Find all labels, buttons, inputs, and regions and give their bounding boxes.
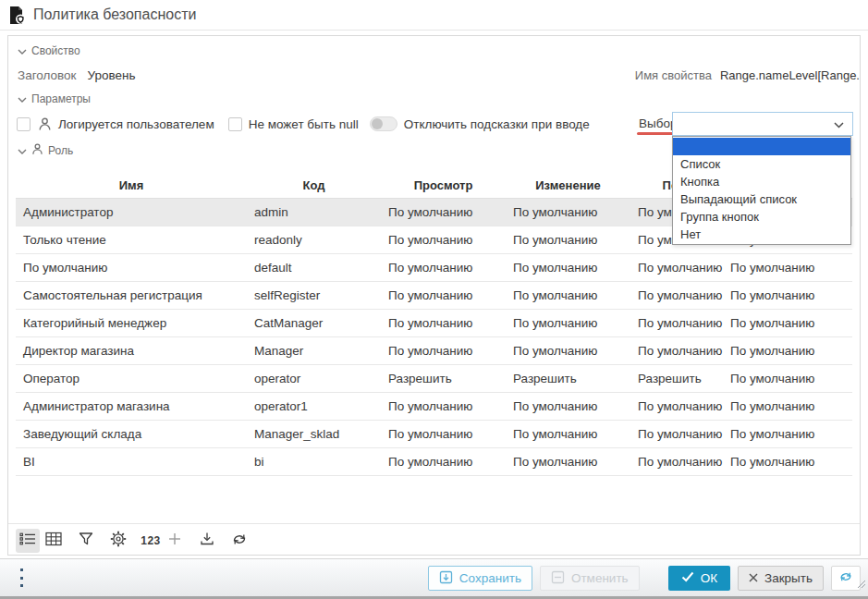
table-row[interactable]: По умолчаниюdefaultПо умолчаниюПо умолча… <box>16 254 852 282</box>
filter-button[interactable] <box>74 529 98 553</box>
table-row[interactable]: ОператорoperatorРазрешитьРазрешитьРазреш… <box>16 365 852 393</box>
choice-option[interactable]: Кнопка <box>673 173 850 190</box>
col-header-view[interactable]: Просмотр <box>381 172 506 199</box>
logged-checkbox[interactable] <box>17 117 31 131</box>
col-header-edit[interactable]: Изменение <box>506 172 630 199</box>
table-view-button[interactable] <box>42 529 66 553</box>
table-cell-rewrite: По умолчанию <box>630 421 723 447</box>
download-icon <box>200 532 214 550</box>
page-title: Политика безопасности <box>33 6 196 23</box>
table-cell-name: Администратор <box>16 199 247 226</box>
table-row[interactable]: Администратор магазинаoperator1По умолча… <box>16 393 852 421</box>
choice-option[interactable] <box>673 138 850 155</box>
sync-icon <box>231 532 248 550</box>
table-cell-rewrite: По умолчанию <box>630 310 723 336</box>
table-cell-edit: По умолчанию <box>506 282 630 309</box>
table-row[interactable]: BIbiПо умолчаниюПо умолчаниюПо умолчанию… <box>16 448 852 476</box>
not-null-label: Не может быть null <box>249 117 359 131</box>
ok-button[interactable]: ОК <box>668 566 730 591</box>
chevron-down-icon <box>18 92 27 105</box>
gear-icon <box>110 531 127 551</box>
table-cell-view: По умолчанию <box>381 448 506 475</box>
sync-button[interactable] <box>227 529 251 553</box>
chevron-down-icon <box>18 144 27 157</box>
ok-label: ОК <box>701 571 717 585</box>
cancel-label: Отменить <box>571 571 629 585</box>
table-cell-extra: По умолчанию <box>723 421 852 447</box>
col-header-name[interactable]: Имя <box>16 172 247 199</box>
table-cell-code: admin <box>247 199 381 226</box>
section-property-label: Свойство <box>31 44 80 57</box>
close-label: Закрыть <box>764 571 813 585</box>
table-row[interactable]: Самостоятельная регистрацияselfRegisterП… <box>16 282 852 310</box>
list-view-button[interactable] <box>16 529 40 553</box>
table-cell-view: По умолчанию <box>381 226 506 253</box>
table-row[interactable]: Заведующий складаManager_skladПо умолчан… <box>16 421 852 448</box>
title-bar: Политика безопасности <box>0 0 868 31</box>
cancel-icon <box>551 570 565 587</box>
settings-button[interactable] <box>106 529 130 553</box>
table-cell-rewrite: Разрешить <box>630 365 723 392</box>
property-name-label: Имя свойства <box>635 68 712 82</box>
table-cell-edit: Разрешить <box>506 365 630 392</box>
choice-select[interactable] <box>672 112 853 136</box>
col-header-code[interactable]: Код <box>247 172 381 199</box>
numbers-button[interactable]: 123 <box>139 529 163 553</box>
table-cell-name: Только чтение <box>16 226 247 253</box>
table-cell-name: Категорийный менеджер <box>16 310 247 336</box>
property-header-row: Заголовок Уровень <box>18 66 136 84</box>
security-policy-window: { "window": { "title": "Политика безопас… <box>0 0 868 599</box>
hints-label: Отключить подсказки при вводе <box>404 117 590 131</box>
table-cell-name: BI <box>16 448 247 475</box>
table-cell-name: Заведующий склада <box>16 421 247 447</box>
table-cell-extra: По умолчанию <box>723 365 852 392</box>
table-cell-name: Самостоятельная регистрация <box>16 282 247 309</box>
save-button[interactable]: Сохранить <box>428 566 532 591</box>
close-button[interactable]: Закрыть <box>738 566 824 591</box>
table-cell-rewrite: По умолчанию <box>630 254 723 281</box>
footer-bar: Сохранить Отменить ОК Закрыть <box>0 558 868 596</box>
table-cell-rewrite: По умолчанию <box>630 337 723 364</box>
table-row[interactable]: Категорийный менеджерCatManagerПо умолча… <box>16 310 852 337</box>
section-params-toggle[interactable]: Параметры <box>18 92 91 105</box>
section-params-label: Параметры <box>31 92 91 105</box>
table-cell-view: По умолчанию <box>381 310 506 336</box>
header-label: Заголовок <box>18 68 76 82</box>
choice-option[interactable]: Нет <box>673 226 850 243</box>
save-icon <box>439 570 453 587</box>
choice-option[interactable]: Выпадающий список <box>673 190 850 208</box>
check-icon <box>681 571 694 585</box>
list-icon <box>19 532 36 550</box>
doc-shield-icon <box>8 6 26 25</box>
section-property-toggle[interactable]: Свойство <box>18 44 80 57</box>
refresh-icon <box>838 570 853 586</box>
kebab-menu-button[interactable] <box>17 568 26 587</box>
save-label: Сохранить <box>459 571 521 585</box>
table-cell-edit: По умолчанию <box>506 393 630 420</box>
resize-handle[interactable] <box>856 576 866 593</box>
logged-label: Логируется пользователем <box>58 117 214 131</box>
table-toolbar: 123 <box>16 529 251 553</box>
chevron-down-icon <box>18 44 27 57</box>
table-row[interactable]: Директор магазинаManagerПо умолчаниюПо у… <box>16 337 852 365</box>
table-cell-view: По умолчанию <box>381 254 506 281</box>
table-cell-extra: По умолчанию <box>723 448 852 475</box>
add-button[interactable] <box>163 529 187 553</box>
table-cell-rewrite: По умолчанию <box>630 393 723 420</box>
choice-option[interactable]: Группа кнопок <box>673 208 850 226</box>
section-role-toggle[interactable]: Роль <box>18 142 73 158</box>
property-name-group: Имя свойства Range.nameLevel[Range. <box>635 66 860 84</box>
table-cell-code: operator1 <box>247 393 381 420</box>
hints-toggle[interactable] <box>370 116 397 131</box>
table-cell-edit: По умолчанию <box>506 448 630 475</box>
table-cell-edit: По умолчанию <box>506 254 630 281</box>
table-cell-view: По умолчанию <box>381 421 506 447</box>
download-button[interactable] <box>195 529 219 553</box>
table-cell-edit: По умолчанию <box>506 421 630 447</box>
choice-option[interactable]: Список <box>673 155 850 173</box>
table-cell-view: По умолчанию <box>381 337 506 364</box>
cancel-button[interactable]: Отменить <box>540 566 640 591</box>
table-cell-edit: По умолчанию <box>506 310 630 336</box>
table-cell-code: selfRegister <box>247 282 381 309</box>
not-null-checkbox[interactable] <box>228 117 242 131</box>
